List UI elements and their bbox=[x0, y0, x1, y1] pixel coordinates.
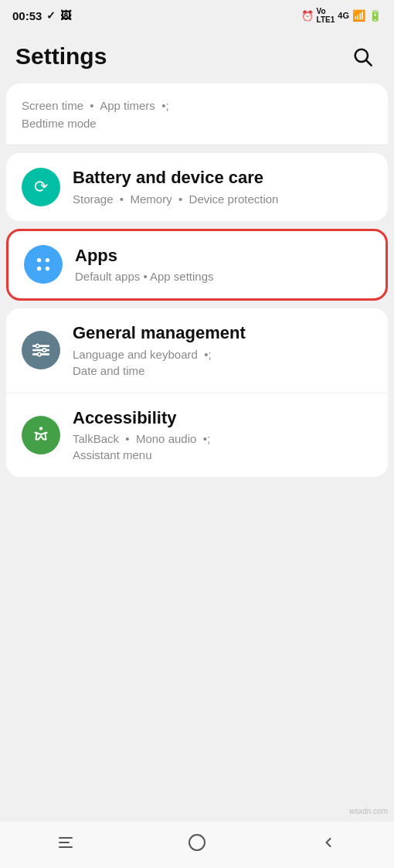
accessibility-item[interactable]: Accessibility TalkBack • Mono audio •;As… bbox=[6, 393, 388, 478]
battery-care-title: Battery and device care bbox=[73, 167, 372, 189]
home-button[interactable] bbox=[174, 827, 220, 858]
general-icon bbox=[31, 340, 51, 360]
accessibility-desc: TalkBack • Mono audio •;Assistant menu bbox=[73, 431, 372, 463]
recent-apps-icon bbox=[59, 837, 73, 848]
battery-care-item[interactable]: ⟳ Battery and device care Storage • Memo… bbox=[6, 153, 388, 221]
svg-point-12 bbox=[39, 427, 42, 430]
time-display: 00:53 bbox=[12, 9, 42, 22]
4g-icon: 4G bbox=[338, 11, 349, 20]
recent-apps-button[interactable] bbox=[42, 827, 89, 858]
general-management-item[interactable]: General management Language and keyboard… bbox=[6, 308, 388, 393]
apps-text: Apps Default apps • App settings bbox=[75, 245, 370, 285]
svg-point-4 bbox=[37, 267, 41, 271]
general-title: General management bbox=[73, 322, 372, 345]
accessibility-icon bbox=[31, 425, 51, 445]
svg-point-5 bbox=[46, 267, 49, 271]
battery-care-icon: ⟳ bbox=[34, 177, 48, 197]
status-bar: 00:53 ✓ 🖼 ⏰ VoLTE1 4G 📶 🔋 bbox=[0, 0, 394, 31]
svg-point-11 bbox=[38, 353, 41, 356]
general-desc: Language and keyboard •;Date and time bbox=[73, 346, 372, 379]
apps-icon bbox=[33, 254, 53, 274]
status-icons: ⏰ VoLTE1 4G 📶 🔋 bbox=[301, 7, 382, 24]
volte-icon: VoLTE1 bbox=[317, 7, 335, 24]
apps-card-highlighted[interactable]: Apps Default apps • App settings bbox=[6, 229, 388, 301]
general-icon-circle bbox=[22, 331, 60, 369]
apps-desc: Default apps • App settings bbox=[75, 268, 370, 284]
svg-point-3 bbox=[46, 258, 49, 262]
general-text: General management Language and keyboard… bbox=[73, 322, 372, 379]
signal-bars-icon: 📶 bbox=[352, 9, 365, 22]
alarm-icon: ⏰ bbox=[301, 10, 314, 22]
battery-care-desc: Storage • Memory • Device protection bbox=[73, 191, 372, 207]
battery-care-text: Battery and device care Storage • Memory… bbox=[73, 167, 372, 207]
general-accessibility-card: General management Language and keyboard… bbox=[6, 308, 388, 477]
apps-icon-circle bbox=[24, 245, 63, 284]
battery-care-icon-circle: ⟳ bbox=[22, 168, 60, 206]
apps-title: Apps bbox=[75, 245, 370, 267]
search-icon bbox=[352, 46, 373, 67]
status-time: 00:53 ✓ 🖼 bbox=[12, 9, 71, 22]
battery-care-card: ⟳ Battery and device care Storage • Memo… bbox=[6, 153, 388, 221]
svg-point-10 bbox=[42, 349, 46, 352]
back-icon bbox=[321, 835, 336, 850]
svg-line-1 bbox=[366, 60, 371, 65]
page-title: Settings bbox=[15, 43, 107, 70]
settings-header: Settings bbox=[0, 31, 394, 83]
accessibility-icon-circle bbox=[22, 416, 60, 454]
screen-time-card[interactable]: Screen time • App timers •;Bedtime mode bbox=[6, 83, 388, 145]
watermark: wsxdn.com bbox=[349, 807, 388, 815]
accessibility-title: Accessibility bbox=[73, 407, 372, 430]
svg-point-9 bbox=[36, 345, 39, 348]
image-icon: 🖼 bbox=[60, 9, 71, 22]
accessibility-text: Accessibility TalkBack • Mono audio •;As… bbox=[73, 407, 372, 464]
search-button[interactable] bbox=[346, 40, 379, 73]
screen-time-desc: Screen time • App timers •;Bedtime mode bbox=[22, 99, 169, 130]
apps-item[interactable]: Apps Default apps • App settings bbox=[8, 231, 386, 299]
bottom-navigation bbox=[0, 822, 394, 868]
battery-icon: 🔋 bbox=[369, 9, 382, 22]
svg-point-2 bbox=[37, 258, 41, 262]
check-icon: ✓ bbox=[46, 9, 56, 22]
home-icon bbox=[189, 834, 205, 851]
back-button[interactable] bbox=[305, 827, 352, 858]
